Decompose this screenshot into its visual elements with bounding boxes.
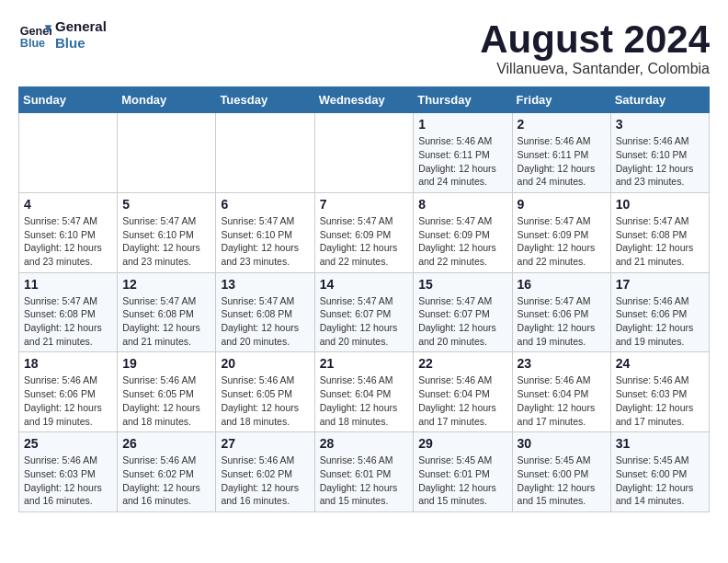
day-number: 18	[24, 356, 112, 371]
day-number: 12	[122, 277, 210, 292]
day-number: 16	[518, 277, 606, 292]
month-year-title: August 2024	[480, 18, 710, 61]
day-number: 3	[616, 117, 704, 132]
svg-text:Blue: Blue	[20, 37, 45, 50]
calendar-cell: 22Sunrise: 5:46 AM Sunset: 6:04 PM Dayli…	[414, 352, 512, 432]
day-number: 19	[122, 356, 210, 371]
day-info: Sunrise: 5:47 AM Sunset: 6:07 PM Dayligh…	[320, 294, 409, 349]
logo-general: General	[55, 18, 107, 35]
calendar-cell: 14Sunrise: 5:47 AM Sunset: 6:07 PM Dayli…	[314, 272, 414, 352]
calendar-cell: 20Sunrise: 5:46 AM Sunset: 6:05 PM Dayli…	[216, 352, 314, 432]
day-info: Sunrise: 5:47 AM Sunset: 6:09 PM Dayligh…	[518, 214, 606, 269]
day-info: Sunrise: 5:47 AM Sunset: 6:10 PM Dayligh…	[24, 214, 112, 269]
day-info: Sunrise: 5:46 AM Sunset: 6:05 PM Dayligh…	[122, 373, 210, 428]
day-info: Sunrise: 5:47 AM Sunset: 6:08 PM Dayligh…	[24, 294, 112, 349]
calendar-cell	[19, 113, 118, 193]
day-number: 23	[518, 356, 606, 371]
calendar-cell	[118, 113, 216, 193]
day-header-monday: Monday	[118, 87, 216, 113]
day-info: Sunrise: 5:46 AM Sunset: 6:02 PM Dayligh…	[122, 454, 210, 508]
day-number: 4	[24, 197, 112, 212]
day-number: 13	[221, 277, 309, 292]
calendar-cell: 30Sunrise: 5:45 AM Sunset: 6:00 PM Dayli…	[512, 432, 610, 512]
day-number: 31	[616, 436, 704, 451]
day-number: 20	[221, 356, 309, 371]
day-number: 22	[418, 356, 506, 371]
calendar-cell: 31Sunrise: 5:45 AM Sunset: 6:00 PM Dayli…	[610, 432, 709, 512]
day-number: 2	[518, 117, 606, 132]
calendar-cell: 6Sunrise: 5:47 AM Sunset: 6:10 PM Daylig…	[216, 192, 314, 272]
calendar-cell: 13Sunrise: 5:47 AM Sunset: 6:08 PM Dayli…	[216, 272, 314, 352]
calendar-cell	[216, 113, 314, 193]
day-info: Sunrise: 5:46 AM Sunset: 6:03 PM Dayligh…	[24, 454, 112, 508]
day-number: 28	[320, 436, 409, 451]
calendar-cell	[314, 113, 414, 193]
day-number: 1	[418, 117, 506, 132]
calendar-cell: 23Sunrise: 5:46 AM Sunset: 6:04 PM Dayli…	[512, 352, 610, 432]
calendar-cell: 8Sunrise: 5:47 AM Sunset: 6:09 PM Daylig…	[414, 192, 512, 272]
calendar-cell: 5Sunrise: 5:47 AM Sunset: 6:10 PM Daylig…	[118, 192, 216, 272]
day-header-tuesday: Tuesday	[216, 87, 314, 113]
day-header-thursday: Thursday	[414, 87, 512, 113]
logo: General Blue General Blue	[18, 18, 107, 52]
day-info: Sunrise: 5:47 AM Sunset: 6:09 PM Dayligh…	[418, 214, 506, 269]
day-number: 25	[24, 436, 112, 451]
calendar-cell: 16Sunrise: 5:47 AM Sunset: 6:06 PM Dayli…	[512, 272, 610, 352]
day-number: 6	[221, 197, 309, 212]
calendar-table: SundayMondayTuesdayWednesdayThursdayFrid…	[18, 86, 710, 512]
logo-blue: Blue	[55, 35, 107, 52]
day-info: Sunrise: 5:46 AM Sunset: 6:06 PM Dayligh…	[24, 373, 112, 428]
day-number: 10	[616, 197, 704, 212]
page-header: General Blue General Blue August 2024 Vi…	[18, 18, 710, 77]
day-info: Sunrise: 5:46 AM Sunset: 6:04 PM Dayligh…	[418, 373, 506, 428]
day-number: 30	[518, 436, 606, 451]
day-info: Sunrise: 5:46 AM Sunset: 6:05 PM Dayligh…	[221, 373, 309, 428]
day-number: 15	[418, 277, 506, 292]
title-block: August 2024 Villanueva, Santander, Colom…	[480, 18, 710, 77]
week-row-3: 11Sunrise: 5:47 AM Sunset: 6:08 PM Dayli…	[19, 272, 710, 352]
day-info: Sunrise: 5:47 AM Sunset: 6:07 PM Dayligh…	[418, 294, 506, 349]
day-info: Sunrise: 5:47 AM Sunset: 6:08 PM Dayligh…	[616, 214, 704, 269]
days-header-row: SundayMondayTuesdayWednesdayThursdayFrid…	[19, 87, 710, 113]
day-number: 14	[320, 277, 409, 292]
day-number: 8	[418, 197, 506, 212]
calendar-cell: 3Sunrise: 5:46 AM Sunset: 6:10 PM Daylig…	[610, 113, 709, 193]
day-header-friday: Friday	[512, 87, 610, 113]
calendar-cell: 9Sunrise: 5:47 AM Sunset: 6:09 PM Daylig…	[512, 192, 610, 272]
calendar-cell: 11Sunrise: 5:47 AM Sunset: 6:08 PM Dayli…	[19, 272, 118, 352]
day-info: Sunrise: 5:45 AM Sunset: 6:01 PM Dayligh…	[418, 454, 506, 508]
calendar-cell: 26Sunrise: 5:46 AM Sunset: 6:02 PM Dayli…	[118, 432, 216, 512]
calendar-cell: 28Sunrise: 5:46 AM Sunset: 6:01 PM Dayli…	[314, 432, 414, 512]
calendar-cell: 12Sunrise: 5:47 AM Sunset: 6:08 PM Dayli…	[118, 272, 216, 352]
day-info: Sunrise: 5:46 AM Sunset: 6:10 PM Dayligh…	[616, 134, 704, 189]
day-number: 7	[320, 197, 409, 212]
day-info: Sunrise: 5:46 AM Sunset: 6:04 PM Dayligh…	[320, 373, 409, 428]
day-number: 24	[616, 356, 704, 371]
calendar-cell: 25Sunrise: 5:46 AM Sunset: 6:03 PM Dayli…	[19, 432, 118, 512]
location-subtitle: Villanueva, Santander, Colombia	[480, 61, 710, 77]
day-info: Sunrise: 5:46 AM Sunset: 6:11 PM Dayligh…	[418, 134, 506, 189]
day-info: Sunrise: 5:46 AM Sunset: 6:04 PM Dayligh…	[518, 373, 606, 428]
week-row-5: 25Sunrise: 5:46 AM Sunset: 6:03 PM Dayli…	[19, 432, 710, 512]
day-info: Sunrise: 5:46 AM Sunset: 6:02 PM Dayligh…	[221, 454, 309, 508]
day-number: 9	[518, 197, 606, 212]
day-info: Sunrise: 5:46 AM Sunset: 6:01 PM Dayligh…	[320, 454, 409, 508]
day-number: 21	[320, 356, 409, 371]
day-info: Sunrise: 5:47 AM Sunset: 6:09 PM Dayligh…	[320, 214, 409, 269]
day-header-sunday: Sunday	[19, 87, 118, 113]
week-row-2: 4Sunrise: 5:47 AM Sunset: 6:10 PM Daylig…	[19, 192, 710, 272]
calendar-cell: 15Sunrise: 5:47 AM Sunset: 6:07 PM Dayli…	[414, 272, 512, 352]
calendar-cell: 18Sunrise: 5:46 AM Sunset: 6:06 PM Dayli…	[19, 352, 118, 432]
day-info: Sunrise: 5:46 AM Sunset: 6:03 PM Dayligh…	[616, 373, 704, 428]
day-info: Sunrise: 5:47 AM Sunset: 6:08 PM Dayligh…	[122, 294, 210, 349]
day-info: Sunrise: 5:46 AM Sunset: 6:11 PM Dayligh…	[518, 134, 606, 189]
calendar-cell: 21Sunrise: 5:46 AM Sunset: 6:04 PM Dayli…	[314, 352, 414, 432]
day-info: Sunrise: 5:46 AM Sunset: 6:06 PM Dayligh…	[616, 294, 704, 349]
day-header-wednesday: Wednesday	[314, 87, 414, 113]
week-row-4: 18Sunrise: 5:46 AM Sunset: 6:06 PM Dayli…	[19, 352, 710, 432]
day-number: 26	[122, 436, 210, 451]
day-info: Sunrise: 5:47 AM Sunset: 6:10 PM Dayligh…	[221, 214, 309, 269]
calendar-cell: 4Sunrise: 5:47 AM Sunset: 6:10 PM Daylig…	[19, 192, 118, 272]
day-number: 11	[24, 277, 112, 292]
week-row-1: 1Sunrise: 5:46 AM Sunset: 6:11 PM Daylig…	[19, 113, 710, 193]
